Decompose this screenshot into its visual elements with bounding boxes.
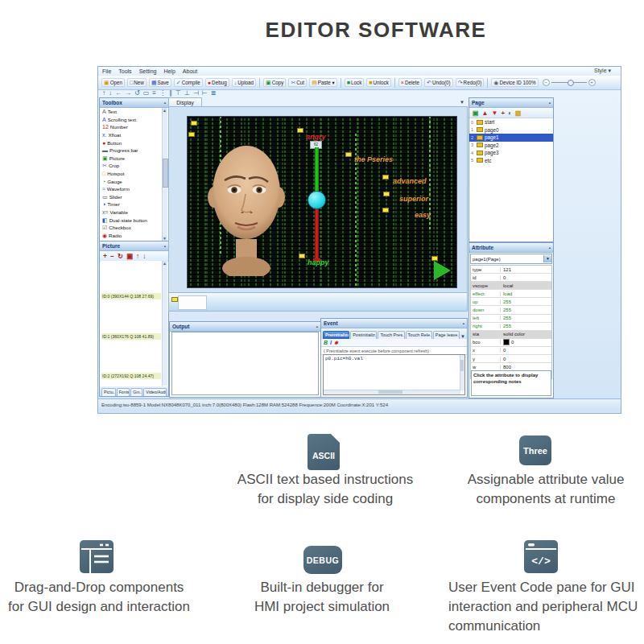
debug-button[interactable]: ●Debug: [205, 78, 229, 87]
attribute-row-effect[interactable]: effectload: [471, 290, 551, 298]
italic-icon[interactable]: I: [330, 340, 332, 345]
tab-preinitialize[interactable]: Preinitialize: [323, 331, 349, 339]
new-button[interactable]: □New: [127, 78, 147, 87]
copy-button[interactable]: ▣Copy: [263, 78, 286, 87]
remove-picture-icon[interactable]: −: [110, 252, 114, 260]
paste-button[interactable]: ▤Paste ▾: [309, 78, 337, 87]
move-right-icon[interactable]: →: [125, 90, 131, 97]
delete-page-icon[interactable]: ▨: [515, 109, 522, 117]
style-button[interactable]: Style ▾: [594, 68, 611, 74]
strip-item[interactable]: [178, 295, 207, 310]
tab-postinitialize[interactable]: Postinitializ..: [350, 331, 377, 339]
component-tag[interactable]: [171, 297, 178, 302]
open-button[interactable]: ▣Open: [101, 78, 125, 87]
attribute-row-y[interactable]: y0: [471, 355, 551, 363]
toolbox-item-variable[interactable]: x=Variable: [100, 208, 168, 217]
page-item-etc[interactable]: 5etc: [469, 157, 553, 165]
attribute-row-vscope[interactable]: vscopelocal: [471, 282, 551, 290]
pin-icon[interactable]: ▪: [549, 101, 551, 105]
cut-button[interactable]: ✂Cut: [288, 78, 307, 87]
lock-button[interactable]: ■Lock: [345, 78, 365, 87]
tab-picture[interactable]: Pictu..: [101, 388, 116, 396]
zoom-thumb[interactable]: [568, 80, 574, 86]
component-tag[interactable]: [299, 254, 305, 258]
canvas-label-advanced[interactable]: advanced: [393, 177, 427, 185]
page-item-page2[interactable]: 3page2: [469, 142, 553, 150]
scroll-thumb[interactable]: [460, 360, 464, 371]
copy-page-icon[interactable]: ◐: [508, 109, 512, 117]
canvas-label-happy[interactable]: happy: [308, 258, 329, 266]
page-item-page0[interactable]: 1page0: [469, 126, 553, 134]
toolbox-item-gauge[interactable]: ◔Gauge: [100, 177, 168, 185]
toolbox-item-xfloat[interactable]: x.Xfloat: [100, 131, 168, 139]
component-tag[interactable]: [382, 208, 389, 213]
attribute-row-left[interactable]: left255: [471, 315, 551, 323]
toolbox-scrollbar[interactable]: ▲ ▼: [162, 108, 167, 241]
page-item-page3[interactable]: 4page3: [469, 149, 553, 157]
scroll-thumb[interactable]: [378, 390, 402, 394]
toolbox-item-checkbox[interactable]: ☑Checkbox: [100, 224, 168, 232]
menu-setting[interactable]: Setting: [139, 68, 157, 74]
rotate-icon[interactable]: ↺: [134, 90, 140, 97]
toolbox-item-dual-state-button[interactable]: ◧Dual-state button: [100, 216, 168, 224]
tab-touch-press[interactable]: Touch Pres..: [378, 331, 404, 339]
unlock-button[interactable]: ■Unlock: [366, 78, 390, 87]
more-tabs-icon[interactable]: ▼: [460, 334, 465, 339]
attribute-row-sta[interactable]: stasolid color: [471, 331, 551, 339]
component-tag[interactable]: [345, 152, 352, 157]
pin-icon[interactable]: ▪: [549, 246, 551, 250]
add-page-icon[interactable]: ▣: [473, 109, 479, 117]
attribute-row-bco[interactable]: bco0: [471, 339, 551, 347]
replace-picture-icon[interactable]: ↻: [118, 252, 123, 260]
picture-item-0[interactable]: ID:0 (390X144 Q:108 27.69): [101, 293, 161, 299]
redo-button[interactable]: ↷Redo(0): [456, 78, 485, 87]
attribute-row-up[interactable]: up255: [471, 298, 551, 306]
toolbox-item-waveform[interactable]: ≈Waveform: [100, 185, 168, 193]
pin-icon[interactable]: ▪: [463, 321, 464, 326]
add-picture-icon[interactable]: +: [103, 252, 107, 260]
play-triangle[interactable]: [434, 261, 451, 280]
scroll-up-icon[interactable]: ▲: [163, 261, 167, 266]
attribute-row-right[interactable]: right255: [471, 323, 551, 331]
component-tag[interactable]: [297, 128, 303, 133]
code-vertical-scrollbar[interactable]: [460, 355, 464, 390]
same-size-icon[interactable]: ≣: [211, 90, 217, 97]
component-tag[interactable]: [382, 175, 389, 180]
toolbox-item-radio[interactable]: ◉Radio: [100, 232, 168, 240]
tab-fonts[interactable]: Fonts: [117, 388, 130, 396]
move-down-icon[interactable]: ↓: [109, 90, 112, 97]
canvas-label-series[interactable]: the Pseries: [354, 155, 393, 163]
attribute-row-down[interactable]: down255: [471, 306, 551, 314]
scroll-thumb[interactable]: [163, 159, 168, 188]
tab-page-leave[interactable]: Page leave..: [433, 331, 460, 339]
toolbox-item-scrolling-text[interactable]: AScrolling text: [100, 116, 168, 124]
move-up-icon[interactable]: ↑: [102, 90, 105, 97]
toolbox-item-number[interactable]: 12Number: [100, 123, 168, 131]
attribute-row-x[interactable]: x0: [471, 347, 551, 355]
menu-about[interactable]: About: [183, 68, 197, 74]
picture-up-icon[interactable]: ↑: [136, 252, 139, 260]
picture-down-icon[interactable]: ↓: [142, 252, 146, 260]
pin-icon[interactable]: ▪: [316, 324, 318, 329]
toolbox-item-progress-bar[interactable]: ▬Progress bar: [100, 147, 168, 155]
event-code-editor[interactable]: p0.pic=h0.val: [323, 354, 465, 395]
component-tag[interactable]: [383, 192, 390, 196]
zoom-out-icon[interactable]: −: [543, 79, 550, 86]
picture-item-1[interactable]: ID:1 (360X176 Q:108 41.89): [101, 333, 161, 340]
toolbox-item-text[interactable]: AText: [100, 108, 168, 116]
menu-file[interactable]: File: [102, 68, 111, 74]
move-left-icon[interactable]: ←: [115, 90, 122, 97]
toolbox-item-slider[interactable]: ▭Slider: [100, 193, 168, 201]
menu-tools[interactable]: Tools: [118, 68, 131, 74]
tab-touch-release[interactable]: Touch Rele..: [406, 331, 432, 339]
component-tag[interactable]: [191, 121, 197, 126]
undo-button[interactable]: ↶Undo(0): [424, 78, 453, 87]
code-horizontal-scrollbar[interactable]: [324, 390, 460, 394]
align-center-icon[interactable]: ⋮: [159, 90, 166, 97]
canvas-label-superior[interactable]: superior: [399, 195, 428, 203]
design-canvas[interactable]: 62 angry happy the Pseries advanced supe…: [187, 116, 457, 288]
zoom-slider[interactable]: − +: [543, 79, 596, 86]
zoom-track[interactable]: [551, 82, 587, 83]
attribute-row-type[interactable]: type121: [471, 266, 551, 274]
upload-button[interactable]: ↓Upload: [232, 78, 256, 87]
